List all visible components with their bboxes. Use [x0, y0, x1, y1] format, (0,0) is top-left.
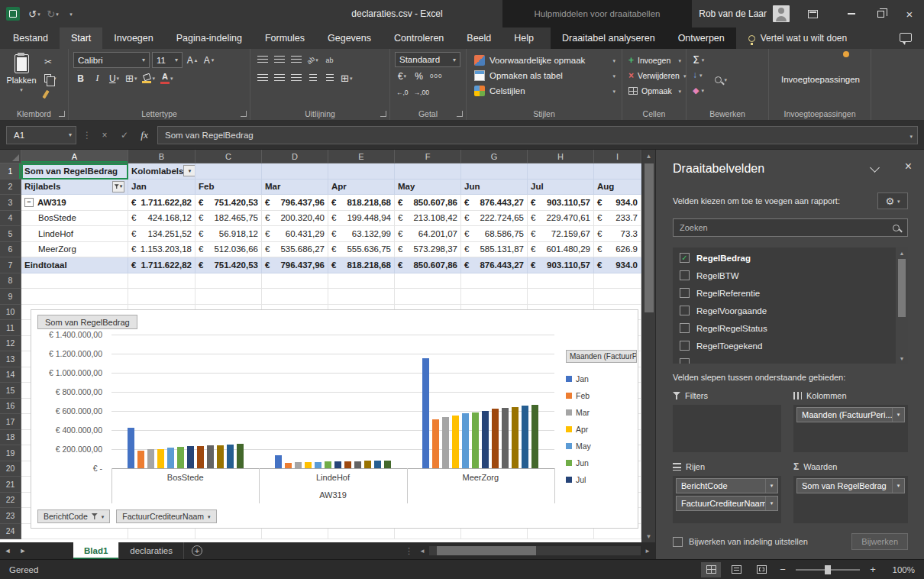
cell-C4[interactable]: €182.465,75	[195, 211, 262, 227]
align-bottom-button[interactable]	[289, 53, 303, 68]
addins-button[interactable]: Invoegtoepassingen	[775, 69, 866, 90]
user-name[interactable]: Rob van de Laar	[699, 8, 767, 19]
cell-G6[interactable]: €585.131,87	[461, 242, 528, 258]
bar-jun-meerzorg[interactable]	[472, 412, 479, 468]
row-header-24[interactable]: 24	[0, 524, 21, 540]
orientation-button[interactable]: ab▾	[305, 53, 320, 68]
bar-aug-lindehof[interactable]	[344, 461, 351, 468]
bold-button[interactable]: B	[73, 71, 88, 86]
bar-jul-lindehof[interactable]	[334, 461, 341, 468]
field-checkbox-regelbtw[interactable]	[680, 270, 690, 280]
row-header-11[interactable]: 11	[0, 320, 21, 336]
field-checkbox-regelreferentie[interactable]	[680, 288, 690, 298]
legend-item-jun[interactable]: Jun	[566, 457, 637, 469]
cell-B2[interactable]: Jan	[128, 180, 195, 196]
pane-close-button[interactable]: ×	[905, 160, 912, 173]
cell-A4[interactable]: BosStede	[21, 211, 128, 227]
row-header-5[interactable]: 5	[0, 226, 21, 242]
tab-draaitabel-analyseren[interactable]: Draaitabel analyseren	[551, 27, 667, 49]
new-sheet-button[interactable]: +	[192, 545, 202, 556]
autosum-button[interactable]: Σ▾	[691, 53, 706, 66]
cell-D5[interactable]: €60.431,29	[262, 226, 328, 242]
field-checkbox-regelbedrag[interactable]: ✓	[680, 253, 690, 263]
cell-D2[interactable]: Mar	[262, 180, 328, 196]
cell-A3[interactable]: −AW319	[21, 195, 128, 211]
filters-area[interactable]	[673, 405, 781, 452]
fields-search-input[interactable]	[674, 223, 893, 232]
column-header-b[interactable]: B	[128, 150, 195, 163]
cell-I6[interactable]: €626.9	[594, 242, 641, 258]
bar-jun-bosstede[interactable]	[177, 447, 184, 468]
cell-C2[interactable]: Feb	[195, 180, 262, 196]
chip-dropdown-arrow[interactable]: ▾	[892, 408, 904, 422]
sheet-nav-right-button[interactable]: ►	[15, 547, 31, 555]
bar-may-lindehof[interactable]	[315, 462, 321, 468]
cell-B3[interactable]: €1.711.622,82	[128, 195, 195, 211]
values-area[interactable]: Som van RegelBedrag▾	[793, 476, 908, 523]
currency-format-button[interactable]: €▾	[395, 69, 409, 84]
field-item-regelregelstatus[interactable]: RegelRegelStatus	[673, 319, 896, 337]
cell-G1[interactable]	[461, 163, 528, 180]
cell-D8[interactable]	[262, 273, 328, 290]
bar-feb-meerzorg[interactable]	[432, 419, 439, 468]
row-header-23[interactable]: 23	[0, 508, 21, 524]
cell-I1[interactable]	[594, 163, 641, 180]
row-header-7[interactable]: 7	[0, 257, 21, 273]
row-header-21[interactable]: 21	[0, 477, 21, 493]
scroll-left-arrow[interactable]: ◄	[416, 542, 428, 559]
zoom-slider-thumb[interactable]	[825, 565, 831, 574]
cell-H4[interactable]: €229.470,61	[528, 211, 594, 227]
restore-button[interactable]	[866, 0, 895, 27]
bar-okt-bosstede[interactable]	[217, 445, 224, 468]
cell-F3[interactable]: €850.607,86	[395, 195, 461, 211]
bar-nov-bosstede[interactable]	[227, 445, 234, 468]
name-box[interactable]: A1▾	[6, 126, 76, 144]
cell-C3[interactable]: €751.420,53	[195, 195, 262, 211]
defer-layout-checkbox[interactable]	[673, 537, 683, 547]
row-header-13[interactable]: 13	[0, 351, 21, 367]
chip-dropdown-arrow[interactable]: ▾	[765, 479, 777, 493]
align-middle-button[interactable]	[272, 53, 286, 68]
bar-aug-bosstede[interactable]	[197, 446, 204, 468]
bar-jun-lindehof[interactable]	[325, 461, 331, 468]
cell-G4[interactable]: €222.724,65	[461, 211, 528, 227]
delete-cells-button[interactable]: ×Verwijderen▾	[627, 68, 683, 83]
cell-I9[interactable]	[594, 289, 641, 305]
font-size-select[interactable]: 11▾	[152, 52, 183, 68]
row-header-1[interactable]: 1	[0, 163, 21, 180]
grow-font-button[interactable]: A▴	[185, 53, 199, 68]
cell-H2[interactable]: Jul	[528, 180, 594, 196]
decrease-indent-button[interactable]	[305, 71, 320, 86]
field-checkbox-regelvoorgaande[interactable]	[680, 306, 690, 315]
chart-value-field-button[interactable]: Som van RegelBedrag	[37, 315, 137, 329]
enter-icon[interactable]: ✓	[118, 130, 131, 141]
shrink-font-button[interactable]: A▾	[202, 53, 216, 68]
tab-help[interactable]: Help	[502, 27, 545, 49]
row-header-10[interactable]: 10	[0, 305, 21, 321]
bar-apr-bosstede[interactable]	[157, 449, 164, 468]
cell-B6[interactable]: €1.153.203,18	[128, 242, 195, 258]
increase-indent-button[interactable]	[322, 71, 337, 86]
area-chip-factuurcrediteurnaam[interactable]: FactuurCrediteurNaam▾	[676, 496, 778, 511]
column-header-g[interactable]: G	[461, 150, 528, 163]
sheet-nav-left-button[interactable]: ◄	[0, 547, 15, 555]
close-button[interactable]: ×	[895, 0, 924, 27]
fill-button[interactable]: ↓▾	[691, 68, 706, 82]
cell-B1[interactable]: Kolomlabels▾	[128, 163, 195, 180]
view-normal-button[interactable]	[701, 562, 721, 577]
factuurcrediteurnaam-field-button[interactable]: FactuurCrediteurNaam▾	[116, 509, 216, 523]
cell-H7[interactable]: €903.110,57	[528, 257, 594, 273]
bar-okt-meerzorg[interactable]	[512, 407, 519, 468]
cell-C6[interactable]: €512.036,66	[195, 242, 262, 258]
cell-C9[interactable]	[195, 289, 262, 305]
tab-gegevens[interactable]: Gegevens	[316, 27, 383, 49]
bar-sep-meerzorg[interactable]	[502, 408, 509, 468]
update-button[interactable]: Bijwerken	[851, 533, 908, 550]
align-center-button[interactable]	[272, 71, 286, 86]
row-header-22[interactable]: 22	[0, 493, 21, 509]
align-top-button[interactable]	[255, 53, 270, 68]
columns-area[interactable]: Maanden (FactuurPeri...▾	[793, 405, 908, 452]
view-page-break-button[interactable]	[751, 562, 771, 577]
zoom-level[interactable]: 100%	[884, 565, 915, 574]
tab-beeld[interactable]: Beeld	[455, 27, 502, 49]
